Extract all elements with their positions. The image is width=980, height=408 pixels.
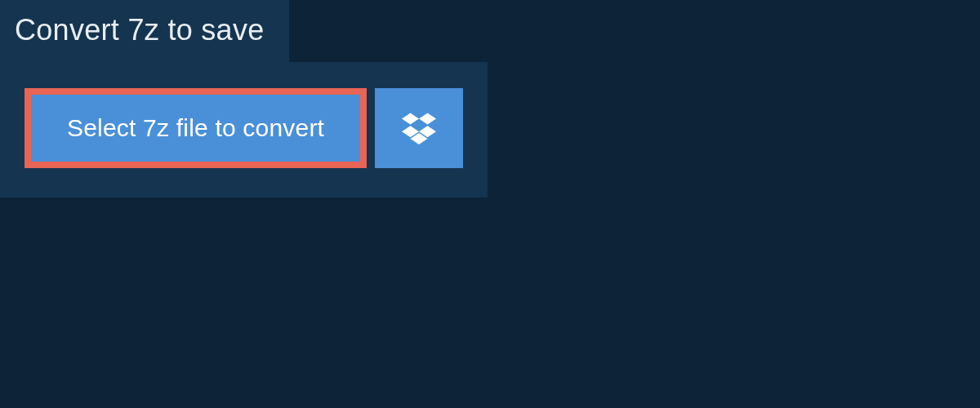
dropbox-button[interactable] [375, 88, 463, 168]
tab-title: Convert 7z to save [15, 13, 265, 47]
select-file-label: Select 7z file to convert [67, 114, 324, 141]
file-select-panel: Select 7z file to convert [0, 62, 488, 197]
dropbox-icon [402, 110, 436, 147]
converter-tab[interactable]: Convert 7z to save [0, 0, 289, 62]
select-file-highlight: Select 7z file to convert [24, 88, 367, 168]
select-file-button[interactable]: Select 7z file to convert [31, 95, 360, 162]
